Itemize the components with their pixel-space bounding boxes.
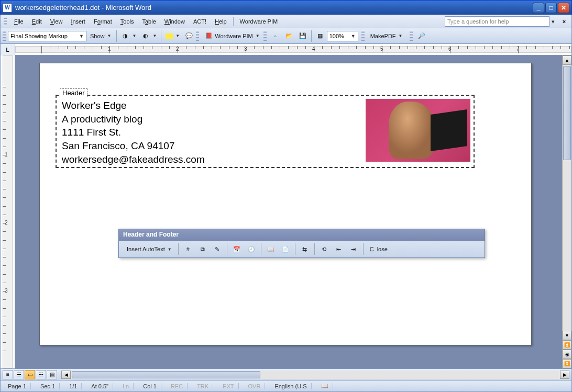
document-area[interactable]: Header Worker's Edge A productivity blog… (15, 55, 562, 368)
switch-header-footer-button[interactable]: ⟲ (317, 243, 331, 255)
status-at[interactable]: At 0.5" (87, 383, 113, 389)
menu-tools[interactable]: Tools (116, 17, 138, 26)
show-button[interactable]: Show▼ (86, 30, 115, 42)
page-setup-button[interactable]: 📖 (264, 243, 278, 255)
status-col[interactable]: Col 1 (139, 383, 161, 389)
browse-next-button[interactable]: ⏬ (563, 359, 571, 368)
toolbar-grip-icon[interactable] (410, 31, 413, 41)
insert-page-number-button[interactable]: # (181, 243, 195, 255)
makepdf-button[interactable]: MakePDF▼ (367, 30, 406, 42)
toolbar: Final Showing Markup ▼ Show▼ ◑▼ ◐▼ ▼ 💬 📕… (0, 28, 572, 44)
browse-object-button[interactable]: ◉ (563, 350, 571, 359)
status-rec[interactable]: REC (167, 383, 188, 389)
excel-button[interactable]: ▦ (313, 30, 327, 42)
browse-prev-button[interactable]: ⏫ (563, 340, 571, 350)
menu-view[interactable]: View (46, 17, 67, 26)
toolbar-grip-icon[interactable] (4, 17, 7, 26)
page[interactable]: Header Worker's Edge A productivity blog… (39, 63, 532, 345)
balloon-left-icon: ◑ (121, 32, 129, 40)
menu-help[interactable]: Help (211, 17, 231, 26)
status-page[interactable]: Page 1 (4, 383, 31, 389)
toolbar-grip-icon[interactable] (361, 31, 365, 41)
header-footer-body: Insert AutoText▼ # ⧉ ✎ 📅 🕘 📖 📄 ⇆ ⟲ ⇤ (119, 241, 485, 257)
spreadsheet-icon: ▦ (316, 32, 324, 40)
normal-view-button[interactable]: ≡ (3, 370, 13, 379)
scroll-track[interactable] (563, 65, 571, 331)
status-spellcheck-icon[interactable]: 📖 (317, 383, 333, 389)
status-ext[interactable]: EXT (218, 383, 238, 389)
status-trk[interactable]: TRK (193, 383, 213, 389)
prev-change-button[interactable]: ◑▼ (118, 30, 139, 42)
menu-edit[interactable]: Edit (28, 17, 46, 26)
vertical-ruler[interactable]: 123 (1, 55, 15, 368)
wordware-pim-button[interactable]: 📕Wordware PIM▼ (201, 30, 263, 42)
save-button[interactable]: 💾 (296, 30, 310, 42)
status-language[interactable]: English (U.S (270, 383, 311, 389)
status-ovr[interactable]: OVR (244, 383, 266, 389)
web-view-button[interactable]: ☰ (14, 370, 24, 379)
markup-view-combo[interactable]: Final Showing Markup ▼ (8, 31, 86, 41)
new-button[interactable]: ▫ (269, 30, 282, 42)
same-as-previous-button[interactable]: ⇆ (298, 243, 312, 255)
floppy-icon: 💾 (299, 32, 307, 40)
status-line[interactable]: Ln (118, 383, 134, 389)
outline-view-button[interactable]: ☷ (36, 370, 46, 379)
horizontal-scrollbar[interactable]: ◀ ▶ (61, 371, 569, 379)
header-footer-title[interactable]: Header and Footer (119, 229, 485, 241)
toolbar-grip-icon[interactable] (196, 31, 199, 41)
help-search-dropdown-icon[interactable]: ▾ (549, 17, 557, 26)
ruler-corner[interactable]: L (1, 44, 15, 55)
maximize-button[interactable]: □ (545, 3, 557, 13)
vertical-scrollbar[interactable]: ▲ ▼ ⏫ ◉ ⏬ (562, 55, 571, 368)
new-doc-icon: ▫ (271, 32, 280, 40)
format-page-button[interactable]: ✎ (211, 243, 224, 255)
reading-view-button[interactable]: ▤ (47, 370, 57, 379)
menu-file[interactable]: File (10, 17, 28, 26)
horizontal-ruler[interactable]: 1234567 (15, 44, 571, 55)
status-section[interactable]: Sec 1 (36, 383, 60, 389)
header-region[interactable]: Header Worker's Edge A productivity blog… (56, 95, 475, 168)
close-button[interactable]: ✕ (558, 3, 569, 13)
minimize-button[interactable]: _ (533, 3, 544, 13)
chevron-down-icon: ▼ (79, 33, 84, 39)
toolbar-grip-icon[interactable] (263, 31, 267, 41)
insert-pages-button[interactable]: ⧉ (196, 243, 210, 255)
show-hide-doc-button[interactable]: 📄 (279, 243, 292, 255)
status-pages[interactable]: 1/1 (65, 383, 82, 389)
scroll-thumb[interactable] (72, 371, 260, 378)
scroll-up-button[interactable]: ▲ (563, 55, 571, 65)
comment-button[interactable]: 💬 (182, 30, 196, 42)
menu-wordware[interactable]: Wordware PIM (236, 17, 282, 26)
menu-window[interactable]: Window (160, 17, 189, 26)
print-layout-view-button[interactable]: ▭ (25, 370, 35, 379)
next-change-button[interactable]: ◐▼ (139, 30, 159, 42)
close-header-footer-button[interactable]: Close (366, 243, 391, 255)
scroll-down-button[interactable]: ▼ (563, 331, 571, 340)
scroll-right-button[interactable]: ▶ (560, 371, 569, 379)
scroll-thumb[interactable] (563, 66, 571, 160)
menu-insert[interactable]: Insert (67, 17, 90, 26)
header-footer-toolbar[interactable]: Header and Footer Insert AutoText▼ # ⧉ ✎… (118, 229, 485, 258)
highlight-button[interactable]: ▼ (163, 30, 182, 42)
toolbar-grip-icon[interactable] (3, 31, 6, 41)
help-search-input[interactable]: Type a question for help (445, 16, 549, 27)
menu-format[interactable]: Format (90, 17, 116, 26)
separator (295, 243, 295, 255)
insert-time-button[interactable]: 🕘 (245, 243, 258, 255)
menu-close-button[interactable]: × (560, 17, 568, 26)
scroll-left-button[interactable]: ◀ (61, 371, 71, 379)
highlight-icon (166, 33, 173, 39)
insert-date-button[interactable]: 📅 (230, 243, 244, 255)
calendar-icon: 📅 (233, 245, 241, 253)
show-previous-button[interactable]: ⇤ (332, 243, 346, 255)
insert-autotext-button[interactable]: Insert AutoText▼ (123, 243, 175, 255)
open-button[interactable]: 📂 (282, 30, 296, 42)
research-button[interactable]: 🔎 (415, 30, 428, 42)
header-image[interactable] (366, 99, 470, 162)
scroll-track[interactable] (71, 371, 560, 379)
next-section-icon: ⇥ (349, 245, 358, 253)
show-next-button[interactable]: ⇥ (347, 243, 360, 255)
zoom-combo[interactable]: 100% ▼ (327, 31, 358, 41)
menu-table[interactable]: Table (138, 17, 160, 26)
menu-act[interactable]: ACT! (189, 17, 211, 26)
